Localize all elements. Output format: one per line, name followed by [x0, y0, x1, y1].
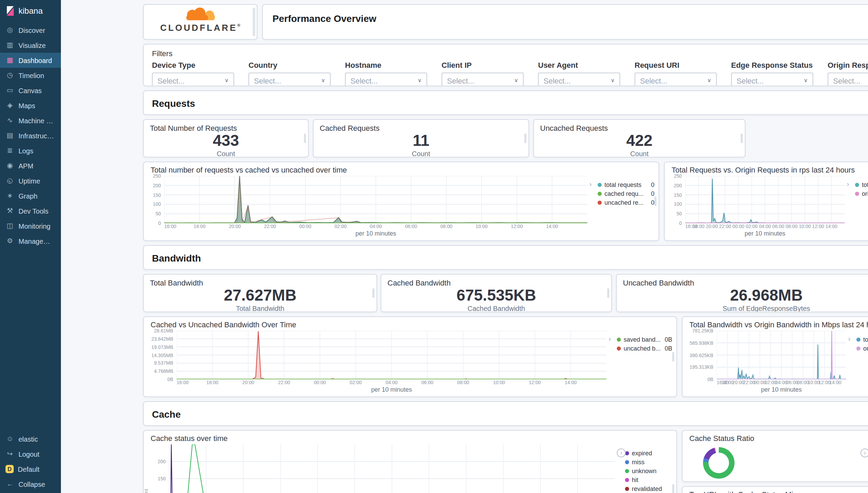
panel-resize-handle[interactable] [741, 134, 743, 143]
legend-item[interactable]: saved band...0B [617, 335, 674, 344]
legend-dot [617, 346, 621, 350]
sidebar-item-infrastructure[interactable]: ▤Infrastructure [0, 128, 61, 143]
legend-collapse-icon[interactable]: › [609, 336, 611, 342]
sidebar-item-space-default[interactable]: DDefault [0, 462, 61, 477]
filter-edge-response-status: Edge Response StatusSelect...∨ [731, 61, 813, 86]
panel-chart-cache-status-ratio[interactable]: Cache Status Ratio ›unknownmissexpiredhi… [682, 430, 868, 482]
sidebar-item-dashboard[interactable]: ▦Dashboard [0, 53, 61, 68]
sidebar-item-dev-tools[interactable]: ⚒Dev Tools [0, 203, 61, 218]
chart-plot[interactable] [164, 176, 587, 223]
panel-chart-requests-over-time[interactable]: Total number of requests vs cached vs un… [143, 162, 659, 241]
panel-metric-total-requests[interactable]: Total Number of Requests 433 Count [143, 119, 309, 157]
kibana-logo-text: kibana [18, 6, 43, 16]
legend-collapse-icon[interactable]: › [589, 181, 592, 188]
chart-plot[interactable] [169, 444, 615, 493]
panel-chart-cache-status-over-time[interactable]: Cache status over time Count200150100500… [143, 430, 677, 493]
donut-hole [709, 453, 729, 473]
filter-select-user-agent[interactable]: Select...∨ [538, 73, 620, 86]
filter-select-edge-response-status[interactable]: Select...∨ [731, 73, 813, 86]
kibana-logo[interactable]: kibana [0, 0, 61, 21]
panel-resize-handle[interactable] [304, 134, 306, 143]
panel-resize-handle[interactable] [654, 197, 656, 206]
legend-collapse-icon[interactable]: › [617, 448, 626, 457]
legend-collapse-icon[interactable]: › [860, 448, 868, 457]
filter-select-device-type[interactable]: Select...∨ [152, 73, 234, 86]
panel-resize-handle[interactable] [524, 134, 526, 143]
filter-select-client-ip[interactable]: Select...∨ [442, 73, 524, 86]
sidebar-item-discover[interactable]: ◎Discover [0, 23, 61, 38]
legend-item[interactable]: total requests0 [598, 180, 656, 189]
legend-item[interactable]: total badnw...0B [856, 335, 868, 344]
sidebar-item-canvas[interactable]: ▭Canvas [0, 83, 61, 98]
legend-item[interactable]: uncached b...0B [617, 344, 674, 353]
kibana-logo-icon [5, 6, 15, 16]
legend-collapse-icon[interactable]: › [847, 181, 849, 188]
sidebar-item-management[interactable]: ⚙Management [0, 233, 61, 249]
logs-icon: ≣ [5, 147, 14, 154]
maps-icon: ◈ [5, 102, 14, 109]
legend-dot [625, 460, 629, 464]
x-tick-label: 14:00 [546, 223, 558, 230]
panel-chart-total-vs-origin-requests[interactable]: Total Requests vs. Origin Requests in rp… [664, 162, 868, 241]
panel-cache-header[interactable]: Cache [143, 401, 868, 426]
panel-chart-cached-vs-uncached-bandwidth[interactable]: Cached vs Uncached Bandwidth Over Time 2… [143, 316, 677, 397]
panel-chart-total-vs-origin-bandwidth[interactable]: Total Bandwidth vs Origin Bandwidth in M… [682, 316, 868, 397]
panel-resize-handle[interactable] [672, 484, 674, 493]
sidebar-item-timelion[interactable]: ◷Timelion [0, 68, 61, 83]
chart-plot[interactable] [717, 331, 846, 379]
legend-item[interactable]: hit [625, 475, 674, 484]
legend-item[interactable]: revalidated [625, 484, 674, 493]
panel-bandwidth-header[interactable]: Bandwidth [143, 245, 868, 270]
cloudflare-wordmark: CLOUDFLARE® [160, 23, 240, 32]
legend-item[interactable]: miss [625, 457, 674, 466]
legend-item[interactable]: total requests0 [855, 180, 868, 189]
filter-select-request-uri[interactable]: Select...∨ [635, 73, 717, 86]
panel-resize-handle[interactable] [372, 288, 374, 298]
legend-label: total requests [604, 181, 641, 188]
panel-metric-total-bandwidth[interactable]: Total Bandwidth 27.627MB Total Bandwidth [143, 274, 377, 312]
legend-item[interactable]: unknown [625, 466, 674, 475]
sidebar-item-user[interactable]: ☺elastic [0, 431, 61, 446]
legend-item[interactable]: uncached re...0 [598, 198, 656, 207]
panel-top-uris-cache-miss[interactable]: Top URIs with Cache Status Miss [682, 486, 868, 493]
sidebar-item-label: Collapse [18, 480, 45, 488]
panel-resize-handle[interactable] [672, 352, 674, 362]
x-axis: 16:0018:0020:0022:0000:0002:0004:0006:00… [685, 223, 845, 230]
legend-item[interactable]: origin band...0B [856, 344, 868, 353]
panel-scrollbar[interactable] [253, 8, 255, 36]
metric-title: Total Bandwidth [144, 275, 376, 287]
panel-metric-cached-bandwidth[interactable]: Cached Bandwidth 675.535KB Cached Bandwi… [381, 274, 612, 312]
sidebar-item-maps[interactable]: ◈Maps [0, 98, 61, 113]
filter-select-origin-response-status[interactable]: Select...∨ [828, 73, 868, 86]
panel-metric-uncached-requests[interactable]: Uncached Requests 422 Count [533, 119, 745, 157]
panel-metric-uncached-bandwidth[interactable]: Uncached Bandwidth 26.968MB Sum of EdgeR… [616, 274, 868, 312]
sidebar-item-apm[interactable]: ◉APM [0, 158, 61, 173]
chart-plot[interactable] [177, 331, 607, 379]
sidebar-item-logs[interactable]: ≣Logs [0, 143, 61, 158]
chart-plot[interactable] [685, 176, 845, 223]
panel-metric-cached-requests[interactable]: Cached Requests 11 Count [313, 119, 529, 157]
sidebar-item-logout[interactable]: ↪Logout [0, 446, 61, 462]
legend-item[interactable]: cached requ...0 [598, 189, 656, 198]
sidebar-item-machine-learning[interactable]: ∿Machine Le... [0, 113, 61, 128]
y-tick-label: 0 [158, 221, 161, 226]
sidebar-item-uptime[interactable]: ◵Uptime [0, 173, 61, 188]
panel-requests-header[interactable]: Requests [143, 90, 868, 115]
filter-select-country[interactable]: Select...∨ [248, 73, 331, 86]
legend-item[interactable]: expired [625, 448, 674, 457]
sidebar-item-visualize[interactable]: ▥Visualize [0, 38, 61, 53]
panel-resize-handle[interactable] [607, 288, 609, 298]
y-tick-label: 50 [155, 211, 161, 216]
legend-item[interactable]: origin requests0 [855, 189, 868, 198]
panel-cloudflare-logo[interactable]: CLOUDFLARE® [143, 4, 257, 40]
sidebar-item-graph[interactable]: ∗Graph [0, 188, 61, 203]
metric-title: Uncached Requests [534, 120, 745, 132]
filter-label: Origin Response Status [828, 61, 868, 69]
filter-select-hostname[interactable]: Select...∨ [345, 73, 427, 86]
legend-collapse-icon[interactable]: › [848, 336, 851, 342]
cache-status-donut[interactable] [703, 447, 735, 479]
sidebar-item-collapse[interactable]: ←Collapse [0, 477, 61, 492]
sidebar-item-monitoring[interactable]: ◫Monitoring [0, 218, 61, 233]
section-title-requests: Requests [144, 91, 868, 115]
panel-performance-overview[interactable]: Performance Overview [262, 4, 868, 40]
